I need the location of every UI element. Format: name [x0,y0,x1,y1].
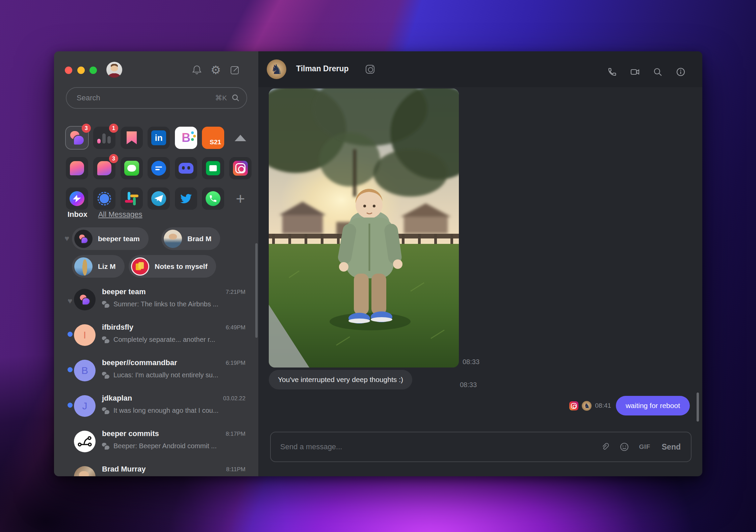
sent-message-row: ♞ 08:41 waiting for reboot [569,396,690,415]
chat-row-beeper-commits[interactable]: beeper commits 8:17PM Beeper: Beeper And… [54,424,258,459]
chat-row-brad-murray[interactable]: Brad Murray 8:11PM [54,459,258,476]
chat-row-jdkaplan[interactable]: J jdkaplan 03.02.22 It was long enough a… [54,388,258,424]
contact-avatar [74,466,96,476]
network-tile-whatsapp[interactable] [202,187,224,210]
favorite-pill-notes-to-myself[interactable]: Notes to myself [129,255,216,278]
network-tile-linkedin[interactable]: in [148,127,170,149]
message-preview-icon [102,372,109,379]
chat-photo-toddler[interactable] [269,88,459,368]
sidebar-scrollbar[interactable] [255,243,258,338]
notifications-bell-icon[interactable] [191,64,203,76]
unread-badge: 3 [109,154,118,163]
sms-icon [151,161,166,176]
attachment-paperclip-icon[interactable] [600,442,609,452]
user-avatar[interactable] [106,62,122,78]
collapse-grid-button[interactable] [229,127,252,149]
network-tile-messenger[interactable] [66,187,88,210]
network-tile-sms[interactable] [148,157,170,179]
close-window-button[interactable] [65,67,72,74]
sidebar: ⚙ Search ⌘K 3 1 in [54,51,258,476]
search-in-chat-icon[interactable] [652,66,664,78]
search-input[interactable]: Search ⌘K [66,87,247,109]
gif-button[interactable]: GIF [639,443,650,451]
beeper-team-avatar [74,289,96,310]
read-receipt-avatar: ♞ [582,401,592,411]
zoom-window-button[interactable] [89,67,97,74]
chat-pane: ♞ Tilman Drerup [258,51,702,476]
network-tile-discord[interactable] [175,157,197,179]
message-timestamp: 08:33 [463,358,479,366]
network-tile-beeper[interactable]: 3 [66,127,88,149]
beeper-b-icon: B [182,131,190,145]
sent-message-bubble[interactable]: waiting for reboot [616,396,690,415]
network-tile-google-chat[interactable] [202,157,224,179]
message-preview-icon [102,443,109,450]
inbox-label: Inbox [68,210,87,219]
chat-row-beeper-team[interactable]: ♥ beeper team 7:21PM Sumner: The links t… [54,282,258,318]
network-tile-s21[interactable]: S21 [202,127,224,149]
brad-m-avatar [164,230,182,248]
add-network-button[interactable]: + [229,187,252,210]
chevron-up-icon [235,135,246,141]
received-message-bubble[interactable]: You've interrupted very deep thoughts :) [269,370,412,389]
message-preview-icon [102,407,109,414]
linkedin-icon: in [151,130,166,145]
contact-avatar-knight[interactable]: ♞ [267,59,286,79]
google-chat-icon [206,161,220,175]
instagram-network-icon [366,65,374,74]
chat-row-beeper-commandbar[interactable]: B beeper//commandbar 6:19PM Lucas: I'm a… [54,353,258,388]
signal-icon [98,192,111,205]
message-composer[interactable]: Send a message... GIF Send [270,432,692,462]
favorite-pill-liz-m[interactable]: Liz M [72,255,125,278]
network-tile-instagram[interactable] [229,157,252,179]
twitter-icon [179,191,193,206]
discord-icon [179,163,193,174]
beeper-bubble-icon [70,161,84,175]
chat-row-ifbirdsfly[interactable]: I ifbirdsfly 6:49PM Completely separate.… [54,318,258,353]
favorites-heart-icon: ♥ [64,234,69,243]
network-tile-activity[interactable]: 1 [93,127,115,149]
chat-scrollbar[interactable] [697,392,699,422]
unread-dot [68,403,73,408]
settings-gear-icon[interactable]: ⚙ [210,64,221,76]
whatsapp-icon [206,191,220,206]
inbox-header: Inbox All Messages [68,210,142,219]
favorite-pill-beeper-team[interactable]: beeper team [72,227,149,250]
call-phone-icon[interactable] [606,66,618,78]
messenger-icon [70,191,84,206]
message-timestamp: 08:33 [460,381,477,389]
all-messages-link[interactable]: All Messages [98,210,142,219]
video-call-icon[interactable] [629,66,641,78]
chat-header: ♞ Tilman Drerup [258,51,702,87]
favorite-heart-icon: ♥ [66,296,74,306]
plus-icon: + [236,192,245,205]
network-tile-telegram[interactable] [148,187,170,210]
unread-dot [68,367,73,372]
network-tile-imessage[interactable] [121,157,143,179]
network-tile-signal[interactable] [93,187,115,210]
network-tile-beeper-chat-2[interactable]: 3 [93,157,115,179]
emoji-smiley-icon[interactable] [620,442,629,452]
slack-icon [125,192,138,205]
network-tile-beeper-b[interactable]: B [175,127,197,149]
beeper-window: ⚙ Search ⌘K 3 1 in [54,51,702,476]
network-tile-bookmarks[interactable] [121,127,143,149]
network-tile-slack[interactable] [121,187,143,210]
send-button[interactable]: Send [662,442,681,452]
minimize-window-button[interactable] [77,67,85,74]
chat-info-icon[interactable] [675,66,687,78]
network-tile-twitter[interactable] [175,187,197,210]
message-preview-icon [102,336,109,343]
contact-avatar: J [74,395,96,417]
beeper-bubble-icon [97,161,111,175]
compose-new-message-icon[interactable] [229,64,241,76]
liz-m-avatar [74,257,93,276]
contact-avatar: I [74,324,96,346]
imessage-icon [124,161,139,176]
instagram-icon [233,161,248,176]
contact-avatar: B [74,360,96,381]
favorite-pill-brad-m[interactable]: Brad M [161,227,220,250]
network-tile-beeper-chat[interactable] [66,157,88,179]
activity-chart-icon [97,132,111,144]
search-icon [232,94,240,102]
